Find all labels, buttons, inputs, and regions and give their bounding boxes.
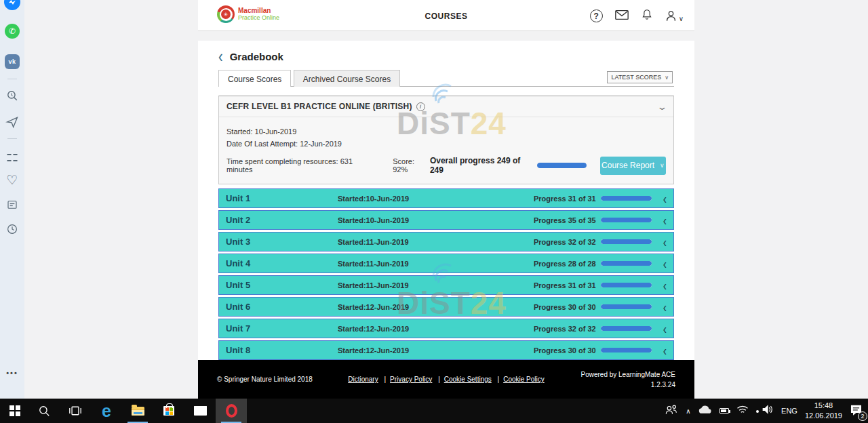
footer-link[interactable]: Dictionary <box>348 376 378 383</box>
account-chevron-icon: ∨ <box>679 15 684 22</box>
history-clock-icon[interactable] <box>6 223 18 235</box>
unit-row[interactable]: Unit 6 Started:12-Jun-2019 Progress 30 o… <box>218 297 674 317</box>
sidebar-divider <box>7 138 17 139</box>
unit-expand-chevron-icon[interactable]: ‹ <box>663 300 667 314</box>
mail-app-icon[interactable] <box>184 399 216 423</box>
unit-progress-label: Progress 28 of 28 <box>534 260 596 268</box>
whatsapp-icon[interactable]: ✆ <box>5 24 20 39</box>
people-icon[interactable] <box>665 404 678 418</box>
battery-icon[interactable] <box>719 408 729 414</box>
speed-dial-icon[interactable] <box>7 152 18 163</box>
overall-progress-bar <box>537 163 587 168</box>
unit-row[interactable]: Unit 3 Started:11-Jun-2019 Progress 32 o… <box>218 232 674 251</box>
action-center-icon[interactable]: 2 <box>850 404 863 418</box>
tab[interactable]: Archived Course Scores <box>294 70 400 87</box>
unit-name: Unit 2 <box>226 215 338 225</box>
course-time-spent: Time spent completing resources: 631 min… <box>226 157 375 174</box>
news-icon[interactable] <box>6 199 18 211</box>
course-header[interactable]: CEFR LEVEL B1 PRACTICE ONLINE (BRITISH) … <box>219 96 673 117</box>
unit-row[interactable]: Unit 1 Started:10-Jun-2019 Progress 31 o… <box>218 188 674 208</box>
account-icon[interactable]: ∨ <box>665 9 684 22</box>
onedrive-cloud-icon[interactable] <box>698 405 712 417</box>
notification-badge: 2 <box>858 411 867 421</box>
info-icon[interactable]: i <box>416 102 425 111</box>
store-icon[interactable] <box>153 399 184 423</box>
unit-expand-chevron-icon[interactable]: ‹ <box>663 191 667 205</box>
app-header: ✳ Macmillan Practice Online COURSES ? ∨ <box>198 0 694 31</box>
unit-row[interactable]: Unit 8 Started:12-Jun-2019 Progress 30 o… <box>218 340 674 360</box>
course-report-button[interactable]: Course Report ∨ <box>600 157 666 175</box>
chevron-down-icon: ∨ <box>665 75 669 81</box>
unit-started-date: Started:10-Jun-2019 <box>338 216 409 224</box>
file-explorer-icon[interactable] <box>122 399 153 423</box>
unit-progress-label: Progress 30 of 30 <box>534 303 596 311</box>
unit-started-date: Started:11-Jun-2019 <box>338 238 409 246</box>
footer-links: Dictionary Privacy Policy Cookie Setting… <box>348 376 545 383</box>
unit-progress-label: Progress 32 of 32 <box>534 325 596 333</box>
unit-name: Unit 8 <box>226 345 338 355</box>
page-title: Gradebook <box>230 51 283 62</box>
unit-row[interactable]: Unit 5 Started:11-Jun-2019 Progress 31 o… <box>218 275 674 295</box>
unit-row[interactable]: Unit 2 Started:10-Jun-2019 Progress 35 o… <box>218 210 674 230</box>
course-last-attempt: Date Of Last Attempt: 12-Jun-2019 <box>226 140 666 148</box>
search-icon[interactable] <box>6 89 19 102</box>
my-flow-icon[interactable] <box>5 115 19 129</box>
bell-icon[interactable] <box>641 8 653 24</box>
unit-expand-chevron-icon[interactable]: ‹ <box>663 343 667 357</box>
bookmarks-heart-icon[interactable]: ♡ <box>6 174 18 186</box>
unit-progress-bar <box>601 348 652 352</box>
unit-row[interactable]: Unit 4 Started:11-Jun-2019 Progress 28 o… <box>218 254 674 273</box>
unit-name: Unit 5 <box>226 280 338 290</box>
unit-progress-bar <box>601 196 652 201</box>
unit-progress-bar <box>601 218 652 222</box>
unit-progress-label: Progress 31 of 31 <box>534 281 596 289</box>
version: 1.2.3.24 <box>580 380 675 390</box>
course-details: Started: 10-Jun-2019 Date Of Last Attemp… <box>219 117 673 184</box>
edge-icon[interactable]: e <box>91 399 122 423</box>
back-button[interactable]: ‹ <box>218 47 223 65</box>
unit-expand-chevron-icon[interactable]: ‹ <box>663 321 667 336</box>
help-icon[interactable]: ? <box>590 9 603 22</box>
course-title: CEFR LEVEL B1 PRACTICE ONLINE (BRITISH) <box>226 102 412 111</box>
unit-row[interactable]: Unit 7 Started:12-Jun-2019 Progress 32 o… <box>218 319 674 338</box>
taskbar-search-icon[interactable] <box>28 399 60 423</box>
unit-name: Unit 7 <box>226 323 338 334</box>
messenger-icon[interactable] <box>4 0 20 10</box>
unit-progress-bar <box>601 239 652 244</box>
opera-icon[interactable] <box>216 399 247 423</box>
windows-logo-icon <box>9 405 20 416</box>
volume-icon[interactable] <box>762 404 774 418</box>
start-button[interactable] <box>1 399 28 423</box>
course-accordion: CEFR LEVEL B1 PRACTICE ONLINE (BRITISH) … <box>218 96 674 184</box>
unit-started-date: Started:11-Jun-2019 <box>338 260 409 268</box>
ellipsis-icon[interactable]: ••• <box>6 369 18 377</box>
language-indicator[interactable]: ENG <box>781 407 797 415</box>
windows-taskbar: e ∧ <box>0 399 868 423</box>
unit-started-date: Started:12-Jun-2019 <box>338 346 409 355</box>
unit-expand-chevron-icon[interactable]: ‹ <box>663 278 667 292</box>
wifi-icon[interactable] <box>736 405 754 418</box>
unit-expand-chevron-icon[interactable]: ‹ <box>663 235 667 249</box>
gradebook-page: ‹ Gradebook Course Scores Archived Cours… <box>198 41 694 360</box>
task-view-icon[interactable] <box>60 399 91 423</box>
unit-progress-bar <box>601 304 652 309</box>
course-started: Started: 10-Jun-2019 <box>226 127 666 136</box>
unit-progress-bar <box>601 283 652 287</box>
hidden-icons-chevron[interactable]: ∧ <box>686 407 690 415</box>
powered-by: Powered by LearningMate ACE <box>580 369 675 380</box>
unit-expand-chevron-icon[interactable]: ‹ <box>663 256 667 270</box>
tabs-bar: Course Scores Archived Course Scores LAT… <box>218 70 674 87</box>
footer-link[interactable]: Privacy Policy <box>380 376 432 383</box>
scores-filter-dropdown[interactable]: LATEST SCORES ∨ <box>607 71 673 83</box>
unit-expand-chevron-icon[interactable]: ‹ <box>663 213 667 227</box>
taskbar-clock[interactable]: 15:48 12.06.2019 <box>805 401 842 421</box>
unit-name: Unit 6 <box>226 302 338 312</box>
mail-icon[interactable] <box>614 9 629 24</box>
chevron-down-icon[interactable]: ⌄ <box>656 102 667 112</box>
tab[interactable]: Course Scores <box>218 70 291 87</box>
footer-link[interactable]: Cookie Policy <box>494 376 545 383</box>
sidebar-divider <box>7 79 17 79</box>
footer-link[interactable]: Cookie Settings <box>434 376 492 383</box>
vk-icon[interactable]: vk <box>5 54 20 69</box>
unit-name: Unit 3 <box>226 237 338 247</box>
